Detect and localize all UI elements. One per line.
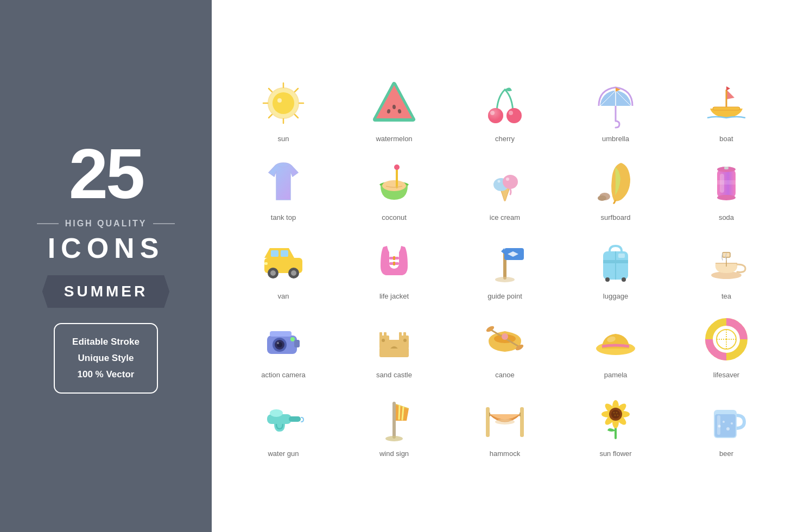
sun-flower-label: sun flower [599,449,631,458]
icon-cell-soda: soda [671,148,782,227]
icon-cell-tea: tea [671,227,782,306]
cherry-label: cherry [495,135,515,143]
icon-cell-action-camera: action camera [228,306,339,384]
quality-text: HIGH QUALITY [65,219,147,229]
summer-banner: SUMMER [42,275,169,308]
svg-point-25 [382,180,406,191]
svg-rect-43 [271,250,278,257]
svg-line-9 [295,88,298,92]
svg-point-61 [605,277,610,282]
svg-line-7 [269,88,272,92]
big-number: 25 [69,138,143,209]
luggage-icon [588,233,643,288]
beer-label: beer [719,449,733,458]
feature-1: Editable Stroke [72,334,140,350]
svg-rect-54 [393,262,395,265]
svg-point-2 [277,98,282,103]
svg-point-31 [503,175,518,189]
svg-point-122 [617,414,619,416]
svg-rect-44 [281,250,288,257]
svg-point-73 [290,337,295,341]
tank-top-label: tank top [271,213,296,221]
lifesaver-icon [699,312,753,366]
boat-icon [699,76,753,130]
svg-point-100 [270,409,283,417]
svg-rect-83 [382,339,385,342]
umbrella-label: umbrella [602,135,629,143]
wind-sign-label: wind sign [379,449,409,458]
feature-2: Unique Style [72,350,140,366]
hammock-icon [478,391,532,445]
svg-rect-103 [486,407,490,437]
svg-rect-79 [379,332,382,337]
life-jacket-icon [367,233,421,288]
svg-point-16 [490,111,495,115]
icon-cell-umbrella: umbrella [560,69,671,148]
svg-rect-80 [384,332,387,337]
icon-cell-surfboard: surfboard [560,148,671,227]
svg-rect-41 [717,180,736,185]
icon-cell-ice-cream: ice cream [449,148,560,227]
guide-point-icon [478,233,532,288]
svg-point-17 [506,108,522,123]
icon-cell-sun: sun [228,69,339,148]
features-box: Editable Stroke Unique Style 100 % Vecto… [54,323,158,394]
svg-rect-75 [379,347,409,357]
icons-text: ICONS [48,232,164,264]
icon-cell-wind-sign: wind sign [339,384,449,463]
svg-line-10 [269,115,272,118]
svg-point-35 [598,195,606,201]
coconut-label: coconut [382,213,407,221]
coconut-icon [367,155,421,209]
surfboard-icon [588,155,643,209]
action-camera-label: action camera [261,371,306,379]
icon-cell-guide-point: guide point [449,227,560,306]
feature-3: 100 % Vector [72,366,140,383]
icon-cell-pamela: pamela [560,306,671,384]
svg-point-27 [394,164,400,170]
icons-grid: sun watermelon [228,69,782,463]
icon-cell-cherry: cherry [449,69,560,148]
svg-rect-99 [289,416,301,422]
water-gun-icon [256,391,311,445]
icon-cell-beer: beer [671,384,782,463]
svg-rect-49 [264,262,268,265]
van-icon [256,233,311,288]
svg-point-15 [488,108,503,123]
svg-point-107 [495,419,515,425]
ice-cream-icon [478,155,532,209]
icon-cell-van: van [228,227,339,306]
soda-label: soda [719,213,734,221]
icon-cell-boat: boat [671,69,782,148]
icon-cell-water-gun: water gun [228,384,339,463]
svg-rect-63 [618,254,625,258]
svg-rect-72 [270,331,292,337]
svg-point-71 [277,342,279,344]
svg-point-127 [726,427,730,430]
svg-point-62 [622,277,626,282]
svg-rect-53 [393,256,395,260]
pamela-label: pamela [604,371,628,379]
icon-cell-sun-flower: sun flower [560,384,671,463]
icon-cell-hammock: hammock [449,384,560,463]
left-panel: 25 HIGH QUALITY ICONS SUMMER Editable St… [0,0,212,532]
svg-rect-74 [294,340,300,347]
ice-cream-label: ice cream [490,213,520,221]
tea-icon [699,233,753,288]
svg-rect-82 [403,332,406,337]
svg-rect-104 [520,407,524,437]
svg-point-1 [273,92,294,114]
sun-label: sun [278,135,289,143]
life-jacket-label: life jacket [379,292,409,300]
svg-point-18 [509,111,513,115]
soda-icon [699,155,753,209]
icon-cell-canoe: canoe [449,306,560,384]
svg-point-128 [731,422,733,425]
action-camera-icon [256,312,311,366]
lifesaver-label: lifesaver [713,371,739,379]
icon-cell-sand-castle: sand castle [339,306,449,384]
svg-rect-84 [403,339,407,342]
wind-sign-icon [367,391,421,445]
beer-icon [699,391,753,445]
icon-cell-tank-top: tank top [228,148,339,227]
